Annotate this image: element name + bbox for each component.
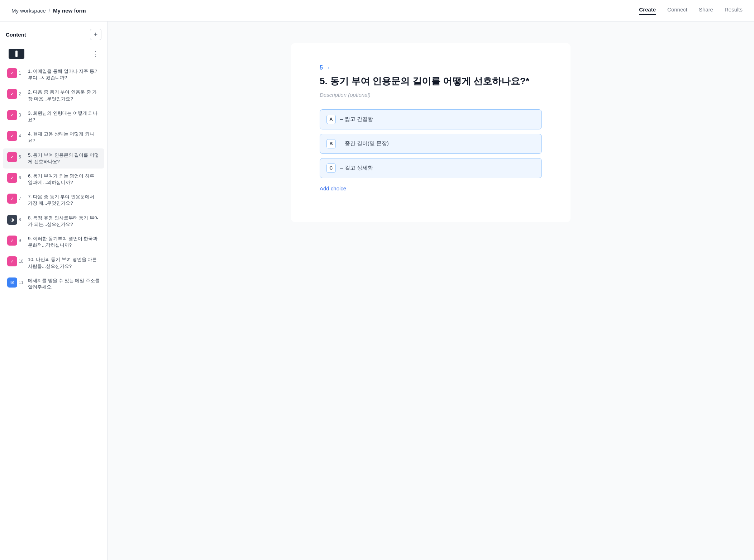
sidebar: Content + ⋮ ✓ 1 1. 이메일을 통해 얼마나 자주 동기 부여.… <box>0 22 108 560</box>
q-number-3: 3 <box>19 113 25 118</box>
sidebar-title: Content <box>6 32 26 38</box>
form-card: 5 → 5. 동기 부여 인용문의 길이를 어떻게 선호하나요?* Descri… <box>291 43 571 222</box>
tab-create[interactable]: Create <box>639 6 656 15</box>
choice-text-a: – 짧고 간결함 <box>340 116 373 123</box>
question-badge-1: ✓ 1 <box>7 68 25 78</box>
add-content-button[interactable]: + <box>90 29 101 40</box>
form-name: My new form <box>53 8 86 14</box>
q-number-1: 1 <box>19 71 25 76</box>
nav-tabs: Create Connect Share Results <box>639 6 743 15</box>
list-item[interactable]: ✓ 5 5. 동기 부여 인용문의 길이를 어떻게 선호하나요? <box>3 148 104 169</box>
q-number-8: 8 <box>19 217 25 222</box>
q-number-5: 5 <box>19 155 25 160</box>
cover-item[interactable]: ⋮ <box>3 46 104 62</box>
content-area: 5 → 5. 동기 부여 인용문의 길이를 어떻게 선호하나요?* Descri… <box>108 22 754 560</box>
check-icon-10: ✓ <box>7 256 17 266</box>
choice-item-a[interactable]: A – 짧고 간결함 <box>320 109 542 129</box>
q-text-7: 7. 다음 중 동기 부여 인용문에서 가장 매...무엇인가요? <box>28 194 100 207</box>
list-item[interactable]: ✉ 11 메세지를 받을 수 있는 메일 주소를 알려주세요. <box>3 274 104 294</box>
cover-menu-icon[interactable]: ⋮ <box>92 50 99 58</box>
question-badge-2: ✓ 2 <box>7 89 25 99</box>
choice-text-c: – 길고 상세함 <box>340 165 373 171</box>
q-number-2: 2 <box>19 91 25 96</box>
list-item[interactable]: ✓ 1 1. 이메일을 통해 얼마나 자주 동기 부여...시겠습니까? <box>3 65 104 85</box>
q-text-4: 4. 현재 고용 상태는 어떻게 되나요? <box>28 131 100 144</box>
choice-label-b: B <box>326 139 336 148</box>
q-text-6: 6. 동기 부여가 되는 명언이 하루 일과에 ...의하십니까? <box>28 173 100 186</box>
check-icon-8: ◑ <box>7 215 17 225</box>
question-badge-7: ✓ 7 <box>7 194 25 204</box>
choice-item-c[interactable]: C – 길고 상세함 <box>320 158 542 178</box>
main-layout: Content + ⋮ ✓ 1 1. 이메일을 통해 얼마나 자주 동기 부여.… <box>0 22 754 560</box>
check-icon-3: ✓ <box>7 110 17 120</box>
question-description: Description (optional) <box>320 92 542 98</box>
question-badge-6: ✓ 6 <box>7 173 25 183</box>
check-icon-5: ✓ <box>7 152 17 162</box>
list-item[interactable]: ✓ 3 3. 회원님의 연령대는 어떻게 되나요? <box>3 106 104 127</box>
list-item[interactable]: ✓ 10 10. 나만의 동기 부여 명언을 다른 사람들...싶으신가요? <box>3 253 104 273</box>
question-title: 5. 동기 부여 인용문의 길이를 어떻게 선호하나요?* <box>320 75 542 87</box>
add-choice-button[interactable]: Add choice <box>320 185 346 191</box>
tab-connect[interactable]: Connect <box>667 6 687 15</box>
check-icon-2: ✓ <box>7 89 17 99</box>
breadcrumb-separator: / <box>49 8 50 14</box>
check-icon-4: ✓ <box>7 131 17 141</box>
q-number-9: 9 <box>19 238 25 243</box>
check-icon-11: ✉ <box>7 277 17 288</box>
question-badge-11: ✉ 11 <box>7 277 25 288</box>
header: My workspace / My new form Create Connec… <box>0 0 754 22</box>
q-text-1: 1. 이메일을 통해 얼마나 자주 동기 부여...시겠습니까? <box>28 68 100 81</box>
question-badge-5: ✓ 5 <box>7 152 25 162</box>
choice-label-a: A <box>326 115 336 124</box>
q-number-7: 7 <box>19 196 25 201</box>
list-item[interactable]: ✓ 2 2. 다음 중 동기 부여 인용문 중 가장 마음...무엇인가요? <box>3 85 104 105</box>
question-badge-3: ✓ 3 <box>7 110 25 120</box>
list-item[interactable]: ◑ 8 8. 특정 유명 인사로부터 동기 부여가 되는...싶으신가요? <box>3 211 104 231</box>
cover-thumbnail-inner <box>15 51 18 57</box>
question-list: ✓ 1 1. 이메일을 통해 얼마나 자주 동기 부여...시겠습니까? ✓ 2… <box>0 65 107 294</box>
tab-share[interactable]: Share <box>699 6 713 15</box>
choice-item-b[interactable]: B – 중간 길이(몇 문장) <box>320 134 542 154</box>
check-icon-9: ✓ <box>7 236 17 246</box>
check-icon-1: ✓ <box>7 68 17 78</box>
q-text-3: 3. 회원님의 연령대는 어떻게 되나요? <box>28 110 100 123</box>
q-text-11: 메세지를 받을 수 있는 메일 주소를 알려주세요. <box>28 277 100 290</box>
choices-list: A – 짧고 간결함 B – 중간 길이(몇 문장) C – 길고 상세함 <box>320 109 542 178</box>
breadcrumb: My workspace / My new form <box>11 8 86 14</box>
list-item[interactable]: ✓ 6 6. 동기 부여가 되는 명언이 하루 일과에 ...의하십니까? <box>3 169 104 189</box>
question-badge-8: ◑ 8 <box>7 215 25 225</box>
check-icon-7: ✓ <box>7 194 17 204</box>
q-number-4: 4 <box>19 133 25 138</box>
list-item[interactable]: ✓ 7 7. 다음 중 동기 부여 인용문에서 가장 매...무엇인가요? <box>3 190 104 210</box>
q-text-10: 10. 나만의 동기 부여 명언을 다른 사람들...싶으신가요? <box>28 256 100 269</box>
sidebar-header: Content + <box>0 22 107 46</box>
question-badge-9: ✓ 9 <box>7 236 25 246</box>
tab-results[interactable]: Results <box>725 6 743 15</box>
cover-thumbnail <box>9 49 24 59</box>
q-text-5: 5. 동기 부여 인용문의 길이를 어떻게 선호하나요? <box>28 152 100 165</box>
choice-label-c: C <box>326 163 336 173</box>
question-number-label: 5 → <box>320 65 542 71</box>
q-text-9: 9. 이러한 동기부여 명언이 한국과 문화적...각하십니까? <box>28 236 100 248</box>
q-number-11: 11 <box>19 280 25 285</box>
q-number-6: 6 <box>19 175 25 180</box>
check-icon-6: ✓ <box>7 173 17 183</box>
list-item[interactable]: ✓ 9 9. 이러한 동기부여 명언이 한국과 문화적...각하십니까? <box>3 232 104 252</box>
question-number: 5 <box>320 65 323 71</box>
q-text-2: 2. 다음 중 동기 부여 인용문 중 가장 마음...무엇인가요? <box>28 89 100 102</box>
question-badge-10: ✓ 10 <box>7 256 25 266</box>
arrow-icon: → <box>325 65 330 71</box>
q-text-8: 8. 특정 유명 인사로부터 동기 부여가 되는...싶으신가요? <box>28 215 100 228</box>
list-item[interactable]: ✓ 4 4. 현재 고용 상태는 어떻게 되나요? <box>3 127 104 147</box>
workspace-link[interactable]: My workspace <box>11 8 46 14</box>
choice-text-b: – 중간 길이(몇 문장) <box>340 140 389 147</box>
q-number-10: 10 <box>19 259 25 264</box>
question-badge-4: ✓ 4 <box>7 131 25 141</box>
